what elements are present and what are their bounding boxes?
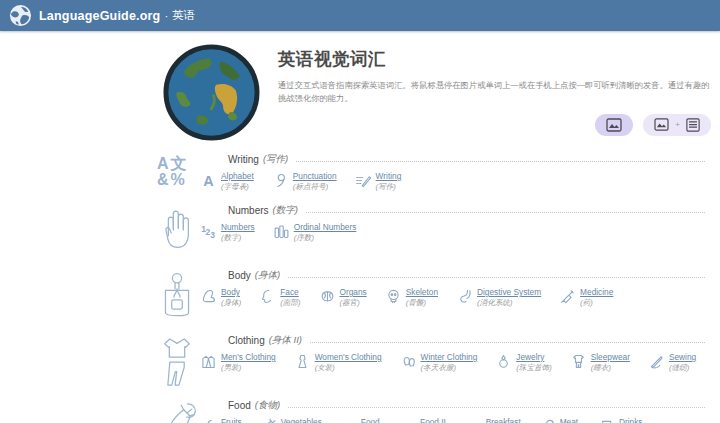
vocab-item-numbers: 123Numbers(数字) bbox=[200, 222, 255, 243]
vocab-sub-label: (睡衣) bbox=[591, 363, 630, 373]
dress-icon bbox=[294, 353, 311, 370]
plus-icon: + bbox=[675, 120, 680, 129]
vocab-link-organs[interactable]: Organs bbox=[340, 287, 367, 297]
cheese-cubes-icon bbox=[340, 418, 357, 423]
vocab-sub-label: (冬天衣服) bbox=[421, 363, 478, 373]
view-mode-picture-text-button[interactable]: + bbox=[643, 114, 711, 136]
jacket-icon bbox=[200, 353, 217, 370]
vocab-link-ordinal-numbers[interactable]: Ordinal Numbers bbox=[294, 222, 357, 232]
brand-title[interactable]: LanguageGuide.org bbox=[39, 9, 160, 23]
section-writing: A文&%Writing(写作)AAlphabet(字母表)Punctuation… bbox=[155, 153, 720, 192]
section-divider-line bbox=[296, 161, 705, 162]
needle-thread-icon bbox=[648, 353, 665, 370]
vocab-link-men-s-clothing[interactable]: Men's Clothing bbox=[221, 352, 276, 362]
brand-language[interactable]: 英语 bbox=[172, 8, 195, 23]
vocab-item-food-ii: Food II(食物 II) bbox=[399, 417, 447, 423]
vocab-link-sleepwear[interactable]: Sleepwear bbox=[591, 352, 630, 362]
page-title: 英语视觉词汇 bbox=[278, 47, 716, 71]
vocab-link-jewelry[interactable]: Jewelry bbox=[516, 352, 551, 362]
vocab-item-alphabet: AAlphabet(字母表) bbox=[200, 171, 254, 192]
apple-icon bbox=[200, 418, 217, 423]
vocab-item-food: Food(食物) bbox=[340, 417, 381, 423]
vocab-link-digestive-system[interactable]: Digestive System bbox=[477, 287, 541, 297]
vocab-sub-label: (缝纫) bbox=[669, 363, 696, 373]
hero: 英语视觉词汇 通过交互式语音指南探索英语词汇。将鼠标悬停在图片或单词上—或在手机… bbox=[163, 44, 720, 141]
noodle-bowl-icon bbox=[399, 418, 416, 423]
vocab-item-face: Face(面部) bbox=[259, 287, 300, 308]
vocab-item-men-s-clothing: Men's Clothing(男装) bbox=[200, 352, 276, 373]
comma-icon bbox=[272, 172, 289, 189]
vocab-sub-label: (男装) bbox=[221, 363, 276, 373]
section-divider-line bbox=[288, 407, 705, 408]
vocab-sub-label: (消化系统) bbox=[477, 298, 541, 308]
letters-symbols-icon: A文&% bbox=[155, 153, 200, 192]
globe-image bbox=[163, 44, 260, 141]
section-title: Food(食物) bbox=[228, 399, 705, 412]
app-header: LanguageGuide.org · 英语 bbox=[0, 0, 720, 31]
vocab-sub-label: (序数) bbox=[294, 233, 357, 243]
section-numbers: Numbers(数字)123Numbers(数字)Ordinal Numbers… bbox=[155, 204, 720, 257]
section-title-zh: (身体 II) bbox=[269, 334, 302, 347]
vocab-link-sewing[interactable]: Sewing bbox=[669, 352, 696, 362]
bar-chart-icon bbox=[273, 223, 290, 240]
vocab-link-writing[interactable]: Writing bbox=[376, 171, 402, 181]
vocab-item-vegetables: Vegetables(蔬菜) bbox=[260, 417, 322, 423]
vocab-link-food[interactable]: Food bbox=[361, 417, 381, 423]
vocab-link-numbers[interactable]: Numbers bbox=[221, 222, 255, 232]
vocab-item-meat: Meat(文具) bbox=[539, 417, 580, 423]
vocab-link-punctuation[interactable]: Punctuation bbox=[293, 171, 337, 181]
section-divider-line bbox=[306, 212, 705, 213]
vocab-link-drinks[interactable]: Drinks bbox=[619, 417, 662, 423]
vocab-item-ordinal-numbers: Ordinal Numbers(序数) bbox=[273, 222, 357, 243]
vocab-item-jewelry: Jewelry(珠宝首饰) bbox=[495, 352, 551, 373]
section-title: Numbers(数字) bbox=[228, 204, 705, 217]
drink-glass-icon bbox=[598, 418, 615, 423]
vocab-sub-label: (字母表) bbox=[221, 182, 254, 192]
vocab-sub-label: (女装) bbox=[315, 363, 382, 373]
face-profile-icon bbox=[259, 288, 276, 305]
picture-icon bbox=[606, 118, 622, 132]
section-title-zh: (写作) bbox=[263, 153, 288, 166]
section-title: Writing(写作) bbox=[228, 153, 705, 166]
vocab-link-food-ii[interactable]: Food II bbox=[420, 417, 447, 423]
vocab-link-winter-clothing[interactable]: Winter Clothing bbox=[421, 352, 478, 362]
vocab-link-meat[interactable]: Meat bbox=[560, 417, 580, 423]
section-clothing: Clothing(身体 II)Men's Clothing(男装)Women's… bbox=[155, 334, 720, 387]
section-title-en: Body bbox=[228, 270, 251, 281]
vocab-link-fruits[interactable]: Fruits bbox=[221, 417, 242, 423]
vocab-item-punctuation: Punctuation(标点符号) bbox=[272, 171, 337, 192]
section-title-en: Numbers bbox=[228, 205, 269, 216]
vocab-sub-label: (骨骼) bbox=[406, 298, 438, 308]
vocab-link-face[interactable]: Face bbox=[280, 287, 300, 297]
shirt-pants-icon bbox=[155, 334, 200, 387]
list-icon bbox=[686, 118, 700, 132]
carrot-icon bbox=[260, 418, 277, 423]
vocab-link-breakfast[interactable]: Breakfast bbox=[486, 417, 521, 423]
section-title-en: Writing bbox=[228, 154, 259, 165]
brand-globe-icon[interactable] bbox=[9, 4, 32, 27]
vocab-link-skeleton[interactable]: Skeleton bbox=[406, 287, 438, 297]
vocab-link-vegetables[interactable]: Vegetables bbox=[281, 417, 322, 423]
vocab-item-sewing: Sewing(缝纫) bbox=[648, 352, 696, 373]
section-title-zh: (食物) bbox=[255, 399, 280, 412]
digits-123-icon: 123 bbox=[200, 223, 217, 240]
section-divider-line bbox=[288, 277, 705, 278]
vocab-item-medicine: Medicine(药) bbox=[559, 287, 613, 308]
carrot-radish-icon bbox=[155, 399, 200, 423]
vocab-link-medicine[interactable]: Medicine bbox=[580, 287, 613, 297]
view-toggle-group: + bbox=[278, 114, 711, 136]
vocab-item-fruits: Fruits(水果) bbox=[200, 417, 242, 423]
vocab-link-body[interactable]: Body bbox=[221, 287, 241, 297]
skull-icon bbox=[385, 288, 402, 305]
picture-icon bbox=[654, 118, 669, 131]
vocab-link-women-s-clothing[interactable]: Women's Clothing bbox=[315, 352, 382, 362]
view-mode-picture-button[interactable] bbox=[595, 114, 633, 136]
section-title: Clothing(身体 II) bbox=[228, 334, 705, 347]
letter-a-icon: A bbox=[200, 172, 217, 189]
hand-icon bbox=[155, 204, 200, 257]
vocab-item-organs: Organs(器官) bbox=[319, 287, 367, 308]
breakfast-table-icon bbox=[465, 418, 482, 423]
vocab-sub-label: (标点符号) bbox=[293, 182, 337, 192]
vocab-link-alphabet[interactable]: Alphabet bbox=[221, 171, 254, 181]
vocab-sub-label: (身体) bbox=[221, 298, 241, 308]
